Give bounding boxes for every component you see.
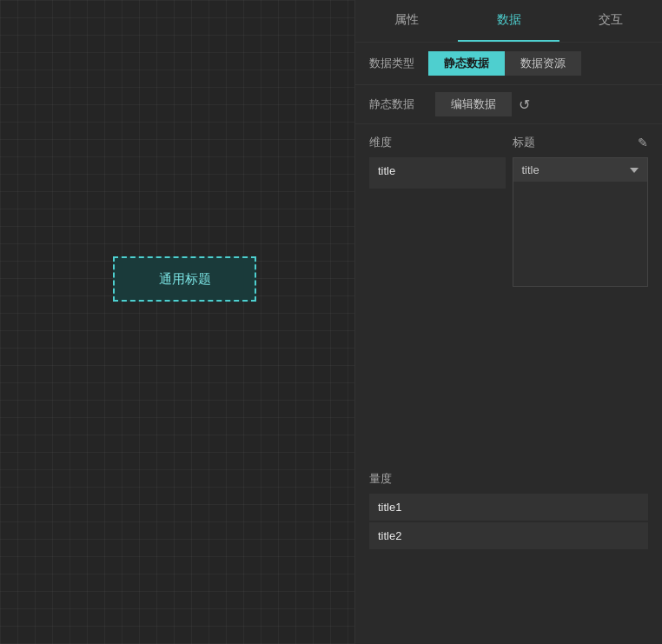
data-type-label: 数据类型 [369, 56, 414, 71]
top-tabs: 属性 数据 交互 [355, 0, 662, 43]
measure-item-title1[interactable]: title1 [369, 494, 648, 521]
dim-value-box: title [369, 157, 506, 189]
measure-item-title2[interactable]: title2 [369, 522, 648, 549]
label-dropdown-body [513, 182, 648, 286]
measure-header: 量度 [369, 471, 648, 487]
tab-interaction[interactable]: 交互 [559, 0, 662, 42]
measure-section: 量度 title1 title2 [355, 461, 662, 551]
label-col-header: 标题 ✎ [513, 135, 649, 150]
widget-label: 通用标题 [159, 271, 211, 288]
dim-value-container: title [369, 157, 506, 287]
data-type-group: 静态数据 数据资源 [428, 51, 581, 76]
resource-data-btn[interactable]: 数据资源 [505, 51, 581, 76]
canvas-widget[interactable]: 通用标题 [113, 256, 256, 302]
data-type-row: 数据类型 静态数据 数据资源 [355, 43, 662, 85]
edit-data-button[interactable]: 编辑数据 [435, 92, 512, 116]
static-data-row: 静态数据 编辑数据 ↺ [355, 85, 662, 124]
label-value-container: title [513, 157, 649, 287]
label-dropdown-header[interactable]: title [513, 158, 648, 182]
static-data-label: 静态数据 [369, 96, 414, 112]
dim-col-header: 维度 [369, 135, 506, 150]
canvas-area: 通用标题 [0, 0, 354, 644]
right-panel: 属性 数据 交互 数据类型 静态数据 数据资源 静态数据 编辑数据 ↺ 维度 标… [354, 0, 662, 644]
tab-properties[interactable]: 属性 [355, 0, 458, 42]
chevron-down-icon [630, 168, 639, 173]
dim-label-headers: 维度 标题 ✎ [369, 135, 648, 150]
dim-label-section: 维度 标题 ✎ title title [355, 124, 662, 287]
title-edit-icon[interactable]: ✎ [638, 136, 648, 149]
spacer [355, 287, 662, 461]
dim-label-values: title title [369, 157, 648, 287]
label-dropdown-area: title [513, 157, 649, 287]
static-data-btn[interactable]: 静态数据 [428, 51, 505, 76]
tab-data[interactable]: 数据 [458, 0, 560, 42]
reset-icon[interactable]: ↺ [519, 96, 530, 113]
